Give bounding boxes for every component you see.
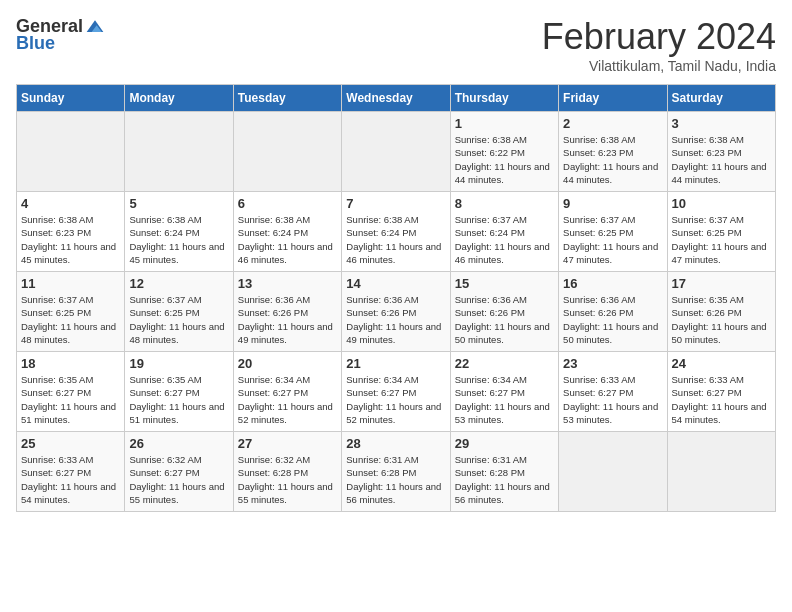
day-cell: 18Sunrise: 6:35 AM Sunset: 6:27 PM Dayli… [17,352,125,432]
day-cell [17,112,125,192]
day-number: 22 [455,356,554,371]
day-number: 28 [346,436,445,451]
day-number: 9 [563,196,662,211]
day-cell: 24Sunrise: 6:33 AM Sunset: 6:27 PM Dayli… [667,352,775,432]
day-cell: 20Sunrise: 6:34 AM Sunset: 6:27 PM Dayli… [233,352,341,432]
logo-blue: Blue [16,33,55,54]
day-number: 3 [672,116,771,131]
title-area: February 2024 Vilattikulam, Tamil Nadu, … [542,16,776,74]
day-number: 11 [21,276,120,291]
day-info: Sunrise: 6:32 AM Sunset: 6:27 PM Dayligh… [129,453,228,506]
day-info: Sunrise: 6:37 AM Sunset: 6:25 PM Dayligh… [563,213,662,266]
day-cell: 13Sunrise: 6:36 AM Sunset: 6:26 PM Dayli… [233,272,341,352]
day-info: Sunrise: 6:38 AM Sunset: 6:23 PM Dayligh… [563,133,662,186]
day-cell: 4Sunrise: 6:38 AM Sunset: 6:23 PM Daylig… [17,192,125,272]
day-info: Sunrise: 6:31 AM Sunset: 6:28 PM Dayligh… [455,453,554,506]
day-number: 26 [129,436,228,451]
day-number: 18 [21,356,120,371]
week-row-4: 18Sunrise: 6:35 AM Sunset: 6:27 PM Dayli… [17,352,776,432]
header: General Blue February 2024 Vilattikulam,… [16,16,776,74]
day-info: Sunrise: 6:37 AM Sunset: 6:25 PM Dayligh… [672,213,771,266]
day-info: Sunrise: 6:36 AM Sunset: 6:26 PM Dayligh… [346,293,445,346]
day-number: 29 [455,436,554,451]
day-cell: 10Sunrise: 6:37 AM Sunset: 6:25 PM Dayli… [667,192,775,272]
day-cell: 5Sunrise: 6:38 AM Sunset: 6:24 PM Daylig… [125,192,233,272]
month-title: February 2024 [542,16,776,58]
day-info: Sunrise: 6:38 AM Sunset: 6:22 PM Dayligh… [455,133,554,186]
day-cell: 7Sunrise: 6:38 AM Sunset: 6:24 PM Daylig… [342,192,450,272]
day-cell: 12Sunrise: 6:37 AM Sunset: 6:25 PM Dayli… [125,272,233,352]
day-number: 15 [455,276,554,291]
day-info: Sunrise: 6:32 AM Sunset: 6:28 PM Dayligh… [238,453,337,506]
day-cell: 27Sunrise: 6:32 AM Sunset: 6:28 PM Dayli… [233,432,341,512]
day-cell: 8Sunrise: 6:37 AM Sunset: 6:24 PM Daylig… [450,192,558,272]
day-number: 8 [455,196,554,211]
day-cell: 23Sunrise: 6:33 AM Sunset: 6:27 PM Dayli… [559,352,667,432]
day-header-tuesday: Tuesday [233,85,341,112]
location-subtitle: Vilattikulam, Tamil Nadu, India [542,58,776,74]
day-header-friday: Friday [559,85,667,112]
day-info: Sunrise: 6:38 AM Sunset: 6:24 PM Dayligh… [346,213,445,266]
day-cell [125,112,233,192]
day-cell: 2Sunrise: 6:38 AM Sunset: 6:23 PM Daylig… [559,112,667,192]
day-cell: 28Sunrise: 6:31 AM Sunset: 6:28 PM Dayli… [342,432,450,512]
day-info: Sunrise: 6:36 AM Sunset: 6:26 PM Dayligh… [455,293,554,346]
day-header-wednesday: Wednesday [342,85,450,112]
logo: General Blue [16,16,105,54]
day-number: 21 [346,356,445,371]
day-number: 12 [129,276,228,291]
day-header-saturday: Saturday [667,85,775,112]
day-info: Sunrise: 6:31 AM Sunset: 6:28 PM Dayligh… [346,453,445,506]
day-cell: 15Sunrise: 6:36 AM Sunset: 6:26 PM Dayli… [450,272,558,352]
day-info: Sunrise: 6:33 AM Sunset: 6:27 PM Dayligh… [563,373,662,426]
day-number: 1 [455,116,554,131]
day-cell: 26Sunrise: 6:32 AM Sunset: 6:27 PM Dayli… [125,432,233,512]
day-number: 5 [129,196,228,211]
day-info: Sunrise: 6:33 AM Sunset: 6:27 PM Dayligh… [21,453,120,506]
day-cell [559,432,667,512]
week-row-5: 25Sunrise: 6:33 AM Sunset: 6:27 PM Dayli… [17,432,776,512]
logo-icon [85,17,105,37]
day-header-thursday: Thursday [450,85,558,112]
day-cell [233,112,341,192]
day-info: Sunrise: 6:35 AM Sunset: 6:27 PM Dayligh… [21,373,120,426]
day-number: 10 [672,196,771,211]
day-number: 19 [129,356,228,371]
day-number: 16 [563,276,662,291]
day-cell: 17Sunrise: 6:35 AM Sunset: 6:26 PM Dayli… [667,272,775,352]
day-cell: 22Sunrise: 6:34 AM Sunset: 6:27 PM Dayli… [450,352,558,432]
day-info: Sunrise: 6:37 AM Sunset: 6:24 PM Dayligh… [455,213,554,266]
day-cell: 3Sunrise: 6:38 AM Sunset: 6:23 PM Daylig… [667,112,775,192]
day-info: Sunrise: 6:36 AM Sunset: 6:26 PM Dayligh… [238,293,337,346]
week-row-3: 11Sunrise: 6:37 AM Sunset: 6:25 PM Dayli… [17,272,776,352]
day-info: Sunrise: 6:34 AM Sunset: 6:27 PM Dayligh… [238,373,337,426]
calendar-table: SundayMondayTuesdayWednesdayThursdayFrid… [16,84,776,512]
day-number: 6 [238,196,337,211]
day-number: 4 [21,196,120,211]
day-info: Sunrise: 6:38 AM Sunset: 6:23 PM Dayligh… [672,133,771,186]
day-number: 23 [563,356,662,371]
day-info: Sunrise: 6:38 AM Sunset: 6:23 PM Dayligh… [21,213,120,266]
day-info: Sunrise: 6:35 AM Sunset: 6:26 PM Dayligh… [672,293,771,346]
day-info: Sunrise: 6:37 AM Sunset: 6:25 PM Dayligh… [21,293,120,346]
day-cell: 21Sunrise: 6:34 AM Sunset: 6:27 PM Dayli… [342,352,450,432]
day-cell: 14Sunrise: 6:36 AM Sunset: 6:26 PM Dayli… [342,272,450,352]
day-info: Sunrise: 6:34 AM Sunset: 6:27 PM Dayligh… [346,373,445,426]
day-cell: 9Sunrise: 6:37 AM Sunset: 6:25 PM Daylig… [559,192,667,272]
day-cell [667,432,775,512]
day-info: Sunrise: 6:35 AM Sunset: 6:27 PM Dayligh… [129,373,228,426]
day-number: 17 [672,276,771,291]
day-header-monday: Monday [125,85,233,112]
day-cell: 19Sunrise: 6:35 AM Sunset: 6:27 PM Dayli… [125,352,233,432]
day-number: 20 [238,356,337,371]
week-row-1: 1Sunrise: 6:38 AM Sunset: 6:22 PM Daylig… [17,112,776,192]
day-header-row: SundayMondayTuesdayWednesdayThursdayFrid… [17,85,776,112]
day-info: Sunrise: 6:34 AM Sunset: 6:27 PM Dayligh… [455,373,554,426]
day-number: 24 [672,356,771,371]
day-cell: 16Sunrise: 6:36 AM Sunset: 6:26 PM Dayli… [559,272,667,352]
day-number: 25 [21,436,120,451]
day-cell: 29Sunrise: 6:31 AM Sunset: 6:28 PM Dayli… [450,432,558,512]
day-info: Sunrise: 6:33 AM Sunset: 6:27 PM Dayligh… [672,373,771,426]
day-number: 27 [238,436,337,451]
day-number: 13 [238,276,337,291]
